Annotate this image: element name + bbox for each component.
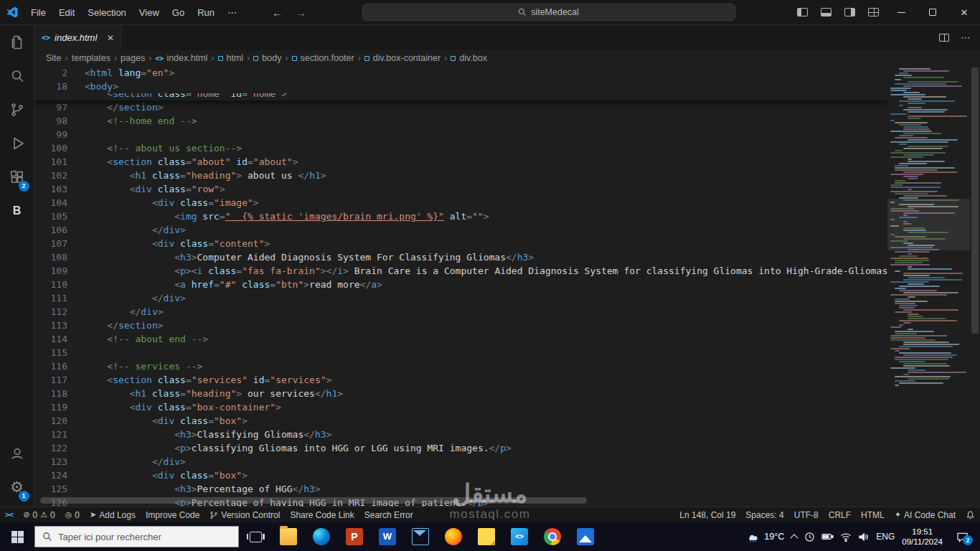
toggle-panel-icon[interactable]	[821, 8, 831, 17]
breadcrumb-item-site[interactable]: Site	[46, 53, 62, 63]
breadcrumb-item-pages[interactable]: pages	[121, 53, 145, 63]
account-icon[interactable]	[0, 436, 34, 470]
taskbar-app-powerpoint[interactable]	[338, 522, 371, 551]
minimap-line	[895, 288, 906, 289]
keyboard-language[interactable]: ENG	[876, 532, 895, 542]
minimap-slider[interactable]	[887, 199, 970, 250]
minimap[interactable]	[887, 66, 970, 507]
breadcrumb-item-templates[interactable]: templates	[72, 53, 110, 63]
share-code-link-button[interactable]: Share Code Link	[285, 507, 359, 523]
remote-indicator[interactable]: ><	[0, 507, 18, 523]
clock-icon[interactable]	[804, 532, 815, 542]
toggle-sidebar-icon[interactable]	[797, 8, 808, 17]
task-view-button[interactable]	[239, 522, 272, 551]
toggle-secondary-sidebar-icon[interactable]	[844, 8, 855, 17]
action-center-button[interactable]: 2	[950, 532, 974, 542]
menu-go[interactable]: Go	[166, 0, 191, 25]
breadcrumb-item-div-box[interactable]: div.box	[451, 53, 487, 63]
menu-run[interactable]: Run	[191, 0, 221, 25]
close-button[interactable]: ✕	[948, 0, 980, 25]
weather-widget[interactable]: 19°C	[746, 531, 784, 542]
breadcrumb-item-body[interactable]: body	[253, 53, 281, 63]
taskbar-app-explorer[interactable]	[272, 522, 305, 551]
taskbar-app-photos[interactable]	[569, 522, 602, 551]
cursor-position[interactable]: Ln 148, Col 19	[674, 507, 740, 523]
search-view-icon[interactable]	[0, 59, 34, 93]
show-hidden-icons-chevron[interactable]	[791, 534, 798, 542]
breadcrumb-item-section-footer[interactable]: section.footer	[292, 53, 354, 63]
line-number: 105	[34, 209, 67, 223]
menu-view[interactable]: View	[133, 0, 166, 25]
settings-gear-icon[interactable]: ⚙ 1	[0, 470, 34, 504]
explorer-icon[interactable]	[0, 25, 34, 59]
b-extension-icon[interactable]: B	[0, 194, 34, 227]
run-debug-icon[interactable]	[0, 126, 34, 160]
eol-indicator[interactable]: CRLF	[824, 507, 856, 523]
problems-indicator[interactable]: ⊘0 ⚠0	[18, 507, 60, 523]
notifications-bell[interactable]	[961, 507, 980, 523]
version-control-button[interactable]: Version Control	[204, 507, 285, 523]
minimap-line	[908, 139, 958, 141]
split-editor-icon[interactable]	[939, 34, 949, 42]
indentation-indicator[interactable]: Spaces: 4	[740, 507, 788, 523]
minimap-line	[899, 100, 955, 102]
taskbar-app-mail[interactable]	[404, 522, 437, 551]
ai-code-chat-button[interactable]: ✦AI Code Chat	[890, 507, 961, 523]
encoding-indicator[interactable]: UTF-8	[789, 507, 824, 523]
horizontal-scrollbar[interactable]	[40, 497, 587, 504]
history-forward-icon[interactable]: →	[296, 6, 306, 19]
breadcrumb-item-div-box-container[interactable]: div.box-container	[364, 53, 440, 63]
code-text: <!-- about us section-->	[85, 141, 242, 155]
warning-icon: ⚠	[40, 510, 47, 519]
menu-selection[interactable]: Selection	[81, 0, 132, 25]
history-back-icon[interactable]: ←	[272, 6, 283, 19]
search-error-button[interactable]: Search Error	[359, 507, 418, 523]
source-control-icon[interactable]	[0, 93, 34, 126]
clock-widget[interactable]: 19:51 09/11/2024	[902, 527, 943, 547]
maximize-button[interactable]	[917, 0, 948, 25]
menu-file[interactable]: File	[24, 0, 52, 25]
code-area[interactable]: 2<html lang="en">18<body> <section class…	[34, 66, 887, 507]
improve-code-button[interactable]: Improve Code	[141, 507, 204, 523]
language-mode[interactable]: HTML	[856, 507, 890, 523]
minimap-line	[899, 307, 915, 309]
breadcrumb-item-index-html[interactable]: <>index.html	[155, 53, 207, 63]
network-wifi-icon[interactable]	[840, 532, 852, 542]
taskbar-app-firefox[interactable]	[437, 522, 470, 551]
extensions-icon[interactable]: 2	[0, 160, 34, 194]
taskbar-app-vscode[interactable]	[503, 522, 536, 551]
menu-more[interactable]: ⋯	[221, 0, 243, 25]
minimap-line	[890, 131, 932, 132]
code-text: </div>	[85, 305, 164, 319]
minimap-line	[903, 171, 957, 173]
code-file-icon: <>	[155, 55, 164, 62]
add-logs-button[interactable]: ➤Add Logs	[85, 507, 141, 523]
breadcrumb-item-html[interactable]: html	[218, 53, 244, 63]
scrollbar-thumb[interactable]	[971, 67, 979, 334]
tab-index-html[interactable]: <> index.html ✕	[34, 25, 122, 50]
taskbar-search[interactable]: Taper ici pour rechercher	[34, 526, 239, 547]
taskbar-app-chrome[interactable]	[536, 522, 569, 551]
menu-edit[interactable]: Edit	[52, 0, 81, 25]
battery-icon[interactable]	[821, 532, 834, 542]
tab-close-icon[interactable]: ✕	[107, 33, 114, 43]
code-line: 122 <p>classifying Gliomas into HGG or L…	[34, 441, 887, 455]
minimize-button[interactable]	[885, 0, 917, 25]
customize-layout-icon[interactable]	[868, 8, 879, 17]
minimap-line	[903, 195, 947, 197]
minimap-line	[890, 348, 910, 349]
taskbar-app-word[interactable]	[371, 522, 404, 551]
minimap-line	[908, 189, 912, 190]
command-center-search[interactable]: siteMedecal	[362, 4, 735, 21]
code-editor[interactable]: 2<html lang="en">18<body> <section class…	[34, 66, 980, 507]
ports-indicator[interactable]: ◎0	[60, 507, 85, 523]
code-text: <div class="content">	[85, 237, 270, 250]
start-button[interactable]	[0, 522, 34, 551]
volume-icon[interactable]	[858, 532, 869, 542]
taskbar-app-edge[interactable]	[305, 522, 338, 551]
vertical-scrollbar[interactable]	[970, 66, 980, 507]
line-number: 124	[34, 468, 67, 482]
taskbar-app-sticky-notes[interactable]	[470, 522, 503, 551]
editor-more-actions-icon[interactable]: ⋯	[961, 32, 970, 43]
breadcrumb-label: body	[262, 53, 281, 63]
